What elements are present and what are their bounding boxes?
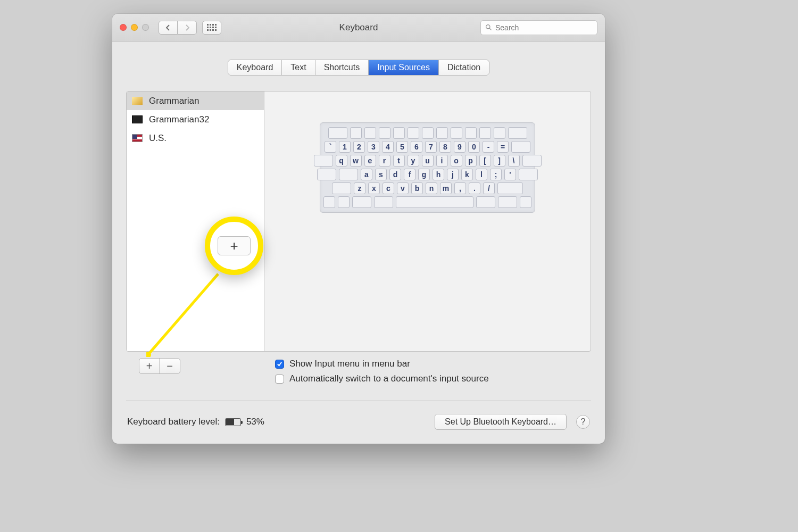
- source-label: Grammarian32: [149, 114, 209, 125]
- keyboard-row-1: .qwertyuiop[]\.: [325, 155, 530, 167]
- tab-text[interactable]: Text: [282, 60, 315, 75]
- key-8: 8: [439, 141, 451, 153]
- show-all-button[interactable]: [202, 21, 221, 35]
- tab-bar: KeyboardTextShortcutsInput SourcesDictat…: [112, 60, 605, 76]
- key-5: 5: [396, 141, 408, 153]
- key-p: p: [465, 155, 477, 167]
- us-icon: [132, 134, 143, 142]
- keyboard-space-row: ........: [325, 196, 530, 208]
- remove-source-button[interactable]: −: [160, 359, 180, 373]
- zoom-icon[interactable]: [142, 24, 149, 31]
- key-4: 4: [382, 141, 394, 153]
- svg-line-1: [489, 28, 491, 30]
- battery-percent: 53%: [246, 417, 264, 427]
- svg-point-0: [486, 25, 490, 29]
- search-input[interactable]: [495, 23, 593, 32]
- key-2: 2: [353, 141, 365, 153]
- key-[: [: [479, 155, 491, 167]
- show-input-menu-label: Show Input menu in menu bar: [289, 359, 410, 369]
- plus-icon: +: [218, 236, 251, 255]
- key-,: ,: [454, 182, 466, 194]
- key-c: c: [383, 182, 394, 194]
- key-\: \: [508, 155, 520, 167]
- key-w: w: [350, 155, 362, 167]
- tab-shortcuts[interactable]: Shortcuts: [315, 60, 369, 75]
- key-x: x: [368, 182, 380, 194]
- keyboard-prefs-window: Keyboard KeyboardTextShortcutsInput Sour…: [112, 14, 605, 444]
- forward-button[interactable]: [178, 21, 197, 35]
- source-label: Grammarian: [149, 96, 199, 106]
- footer: Keyboard battery level: 53% Set Up Bluet…: [127, 414, 590, 430]
- key-i: i: [436, 155, 448, 167]
- back-button[interactable]: [159, 21, 178, 35]
- content-area: GrammarianGrammarian32U.S. .............…: [126, 91, 591, 352]
- chevron-left-icon: [165, 24, 171, 31]
- pen-icon: [132, 97, 143, 105]
- chevron-right-icon: [185, 24, 190, 31]
- key-k: k: [461, 169, 473, 180]
- source-item-grammarian32[interactable]: Grammarian32: [127, 110, 264, 129]
- key-.: .: [469, 182, 480, 194]
- auto-switch-option[interactable]: Automatically switch to a document's inp…: [275, 373, 489, 384]
- add-source-button[interactable]: +: [139, 359, 160, 373]
- key-;: ;: [490, 169, 502, 180]
- plus-button-callout: +: [205, 217, 263, 275]
- key-3: 3: [368, 141, 379, 153]
- key-d: d: [389, 169, 401, 180]
- key-': ': [504, 169, 516, 180]
- tab-input-sources[interactable]: Input Sources: [369, 60, 439, 75]
- auto-switch-label: Automatically switch to a document's inp…: [289, 373, 489, 384]
- key-g: g: [418, 169, 430, 180]
- key-/: /: [483, 182, 495, 194]
- key-y: y: [408, 155, 419, 167]
- key-6: 6: [411, 141, 422, 153]
- search-icon: [485, 24, 492, 31]
- key-z: z: [354, 182, 365, 194]
- setup-bluetooth-button[interactable]: Set Up Bluetooth Keyboard…: [435, 414, 567, 430]
- battery-icon: [225, 418, 241, 426]
- key-1: 1: [339, 141, 351, 153]
- sq-icon: [132, 115, 143, 123]
- checkbox-unchecked-icon: [275, 375, 284, 384]
- traffic-lights: [120, 24, 149, 31]
- tab-keyboard[interactable]: Keyboard: [228, 60, 282, 75]
- key-e: e: [364, 155, 376, 167]
- key-v: v: [397, 182, 409, 194]
- search-field[interactable]: [480, 20, 597, 35]
- keyboard-row-0: `1234567890-=.: [325, 141, 530, 153]
- key-q: q: [336, 155, 347, 167]
- help-button[interactable]: ?: [576, 415, 590, 429]
- divider: [126, 400, 591, 401]
- keyboard-row-2: ..asdfghjkl;'.: [325, 169, 530, 180]
- key--: -: [483, 141, 494, 153]
- key-u: u: [422, 155, 434, 167]
- minimize-icon[interactable]: [131, 24, 138, 31]
- nav-buttons: [159, 21, 197, 35]
- close-icon[interactable]: [120, 24, 127, 31]
- show-input-menu-option[interactable]: Show Input menu in menu bar: [275, 359, 489, 369]
- window-titlebar: Keyboard: [112, 14, 605, 41]
- keyboard-preview: ............. `1234567890-=. .qwertyuiop…: [264, 92, 591, 351]
- add-remove-group: + −: [139, 358, 180, 374]
- key-=: =: [497, 141, 509, 153]
- battery-label: Keyboard battery level:: [127, 417, 220, 427]
- key-7: 7: [425, 141, 437, 153]
- key-a: a: [361, 169, 372, 180]
- key-b: b: [411, 182, 423, 194]
- checkbox-checked-icon: [275, 360, 284, 369]
- key-0: 0: [468, 141, 480, 153]
- source-item-grammarian[interactable]: Grammarian: [127, 92, 264, 110]
- source-item-u-s-[interactable]: U.S.: [127, 129, 264, 147]
- key-n: n: [426, 182, 437, 194]
- keyboard-layout: ............. `1234567890-=. .qwertyuiop…: [320, 122, 535, 213]
- key-s: s: [375, 169, 387, 180]
- key-l: l: [476, 169, 487, 180]
- key-t: t: [393, 155, 405, 167]
- key-r: r: [379, 155, 390, 167]
- options-group: Show Input menu in menu bar Automaticall…: [275, 359, 489, 384]
- tab-dictation[interactable]: Dictation: [439, 60, 489, 75]
- keyboard-fn-row: .............: [325, 127, 530, 139]
- key-`: `: [325, 141, 336, 153]
- key-f: f: [404, 169, 415, 180]
- key-]: ]: [494, 155, 505, 167]
